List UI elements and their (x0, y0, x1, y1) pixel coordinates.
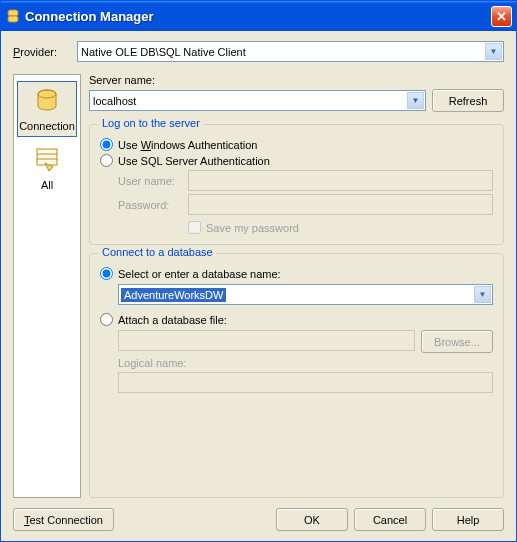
svg-rect-0 (8, 10, 18, 16)
chevron-down-icon: ▼ (474, 286, 491, 303)
database-legend: Connect to a database (98, 246, 217, 258)
windows-auth-radio-row[interactable]: Use Windows Authentication (100, 138, 493, 151)
provider-label: Provider: (13, 46, 57, 58)
windows-auth-label: Use Windows Authentication (118, 139, 257, 151)
attach-db-radio[interactable] (100, 313, 113, 326)
password-label: Password: (118, 199, 188, 211)
save-password-label: Save my password (206, 222, 299, 234)
sidebar: Connection All (13, 74, 81, 498)
windows-auth-radio[interactable] (100, 138, 113, 151)
sidebar-item-label: All (41, 179, 53, 191)
database-fieldset: Connect to a database Select or enter a … (89, 253, 504, 498)
select-db-radio[interactable] (100, 267, 113, 280)
window-title: Connection Manager (25, 9, 491, 24)
database-icon (31, 86, 63, 118)
sql-auth-radio-row[interactable]: Use SQL Server Authentication (100, 154, 493, 167)
svg-rect-1 (8, 16, 18, 22)
sql-auth-label: Use SQL Server Authentication (118, 155, 270, 167)
logon-legend: Log on to the server (98, 117, 204, 129)
svg-rect-4 (37, 149, 57, 165)
logical-name-input (118, 372, 493, 393)
main-area: Connection All Server name: localhost ▼ (13, 74, 504, 498)
connection-manager-window: Connection Manager ✕ Provider: Native OL… (0, 0, 517, 542)
app-icon (5, 8, 21, 24)
logon-fieldset: Log on to the server Use Windows Authent… (89, 124, 504, 245)
provider-row: Provider: Native OLE DB\SQL Native Clien… (13, 41, 504, 62)
attach-db-label: Attach a database file: (118, 314, 227, 326)
chevron-down-icon: ▼ (407, 92, 424, 109)
server-name-combo[interactable]: localhost ▼ (89, 90, 426, 111)
sql-auth-radio[interactable] (100, 154, 113, 167)
test-connection-button[interactable]: Test Connection (13, 508, 114, 531)
server-name-label: Server name: (89, 74, 504, 86)
username-label: User name: (118, 175, 188, 187)
attach-file-input (118, 330, 415, 351)
logical-name-label: Logical name: (118, 357, 493, 369)
browse-button: Browse... (421, 330, 493, 353)
provider-value: Native OLE DB\SQL Native Client (81, 46, 246, 58)
sidebar-item-connection[interactable]: Connection (17, 81, 77, 137)
save-password-checkbox (188, 221, 201, 234)
database-name-value: AdventureWorksDW (121, 288, 226, 302)
refresh-button[interactable]: Refresh (432, 89, 504, 112)
attach-db-radio-row[interactable]: Attach a database file: (100, 313, 493, 326)
footer: Test Connection OK Cancel Help (13, 498, 504, 541)
right-panel: Server name: localhost ▼ Refresh Log on … (89, 74, 504, 498)
username-input (188, 170, 493, 191)
sidebar-item-all[interactable]: All (17, 141, 77, 195)
properties-icon (31, 145, 63, 177)
select-db-label: Select or enter a database name: (118, 268, 281, 280)
help-button[interactable]: Help (432, 508, 504, 531)
chevron-down-icon: ▼ (485, 43, 502, 60)
password-input (188, 194, 493, 215)
provider-dropdown[interactable]: Native OLE DB\SQL Native Client ▼ (77, 41, 504, 62)
select-db-radio-row[interactable]: Select or enter a database name: (100, 267, 493, 280)
ok-button[interactable]: OK (276, 508, 348, 531)
close-button[interactable]: ✕ (491, 6, 512, 27)
content-area: Provider: Native OLE DB\SQL Native Clien… (1, 31, 516, 541)
titlebar: Connection Manager ✕ (1, 1, 516, 31)
database-name-combo[interactable]: AdventureWorksDW ▼ (118, 284, 493, 305)
cancel-button[interactable]: Cancel (354, 508, 426, 531)
sidebar-item-label: Connection (19, 120, 75, 132)
server-name-value: localhost (93, 95, 136, 107)
